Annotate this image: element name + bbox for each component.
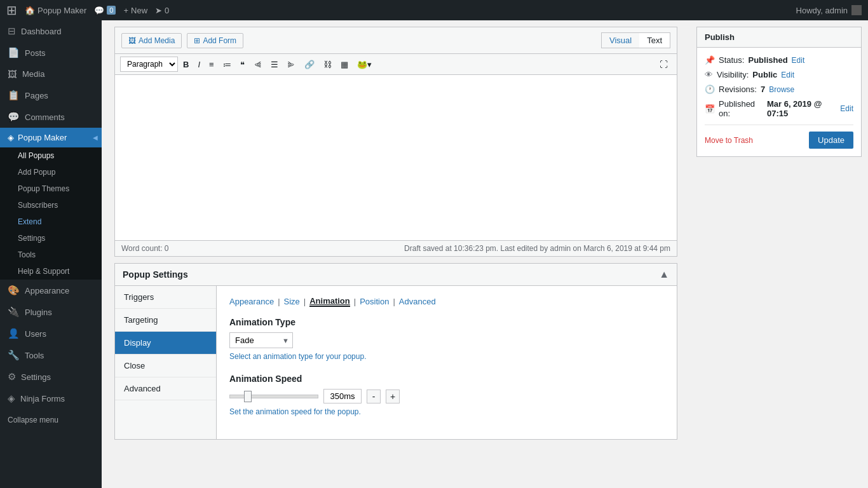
bold-button[interactable]: B <box>179 57 193 72</box>
sidebar-item-appearance[interactable]: 🎨 Appearance <box>0 280 102 301</box>
align-left-button[interactable]: ⫷ <box>250 57 266 72</box>
appearance-icon: 🎨 <box>8 285 20 296</box>
sidebar-item-settings-wp[interactable]: ⚙ Settings <box>0 366 102 388</box>
animation-speed-input[interactable]: 350ms <box>323 389 362 403</box>
users-icon: 👤 <box>8 328 20 339</box>
link-button[interactable]: 🔗 <box>301 57 318 72</box>
visibility-label: Visibility: <box>717 70 749 79</box>
collapse-settings-icon[interactable]: ▲ <box>659 269 669 280</box>
site-name[interactable]: 🏠 Popup Maker <box>25 6 86 15</box>
settings-panel: Appearance | Size | Animation | Position… <box>217 286 677 439</box>
animation-type-select[interactable]: Fade Slide None <box>229 332 293 348</box>
draft-saved-info: Draft saved at 10:36:23 pm. Last edited … <box>404 244 670 253</box>
word-count: Word count: 0 <box>121 244 168 253</box>
sidebar-item-help-support[interactable]: Help & Support <box>0 263 102 280</box>
wp-logo-icon[interactable]: ⊞ <box>6 3 17 18</box>
subtab-position[interactable]: Position <box>360 297 389 306</box>
comments-adminbar[interactable]: 💬 0 <box>94 6 116 15</box>
sidebar-item-comments[interactable]: 💬 Comments <box>0 106 102 128</box>
subtab-animation[interactable]: Animation <box>309 296 350 307</box>
home-icon: 🏠 <box>25 6 35 15</box>
popup-settings: Popup Settings ▲ Triggers Targeting Disp… <box>114 263 677 440</box>
animation-speed-label: Animation Speed <box>229 374 664 384</box>
posts-icon: 📄 <box>8 47 20 58</box>
subtab-appearance[interactable]: Appearance <box>229 297 274 306</box>
move-to-trash-link[interactable]: Move to Trash <box>705 136 753 145</box>
animation-speed-desc: Set the animation speed for the popup. <box>229 407 664 416</box>
publish-box-header: Publish <box>697 27 861 48</box>
main-content: 🖼 Add Media ⊞ Add Form Visual Text Parag… <box>102 20 690 488</box>
published-row: 📅 Published on: Mar 6, 2019 @ 07:15 Edit <box>705 99 853 118</box>
sidebar-item-add-popup[interactable]: Add Popup <box>0 164 102 180</box>
publish-box-content: 📌 Status: Published Edit 👁 Visibility: P… <box>697 48 861 156</box>
tab-close[interactable]: Close <box>115 355 216 377</box>
collapse-menu-button[interactable]: Collapse menu <box>0 409 102 431</box>
sidebar-item-pages[interactable]: 📋 Pages <box>0 85 102 106</box>
animation-type-label: Animation Type <box>229 317 664 327</box>
sidebar-item-popup-maker[interactable]: ◈ Popup Maker <box>0 128 102 147</box>
published-date: Mar 6, 2019 @ 07:15 <box>767 99 836 118</box>
revisions-icon: 🕐 <box>705 85 715 94</box>
italic-button[interactable]: I <box>194 57 204 72</box>
sidebar-item-users[interactable]: 👤 Users <box>0 323 102 344</box>
unlink-button[interactable]: ⛓ <box>320 57 336 72</box>
more-options-button[interactable]: 🐸▾ <box>353 57 376 72</box>
popup-maker-submenu: All Popups Add Popup Popup Themes Subscr… <box>0 147 102 280</box>
tab-targeting[interactable]: Targeting <box>115 309 216 332</box>
status-edit-link[interactable]: Edit <box>792 56 805 65</box>
sidebar-item-extend[interactable]: Extend <box>0 214 102 230</box>
ordered-list-button[interactable]: ≔ <box>219 57 235 72</box>
status-row: 📌 Status: Published Edit <box>705 55 853 65</box>
sidebar-item-dashboard[interactable]: ⊟ Dashboard <box>0 20 102 42</box>
sidebar-item-plugins[interactable]: 🔌 Plugins <box>0 301 102 323</box>
new-post-adminbar[interactable]: + New <box>123 6 147 15</box>
sidebar-item-all-popups[interactable]: All Popups <box>0 147 102 164</box>
update-button[interactable]: Update <box>809 132 853 149</box>
add-media-button[interactable]: 🖼 Add Media <box>121 33 182 48</box>
animation-speed-slider[interactable] <box>229 395 318 398</box>
editor-content[interactable] <box>115 75 677 240</box>
admin-bar: ⊞ 🏠 Popup Maker 💬 0 + New ➤ 0 Howdy, adm… <box>0 0 868 20</box>
speed-plus-button[interactable]: + <box>386 390 400 403</box>
sidebar-item-posts[interactable]: 📄 Posts <box>0 42 102 64</box>
tools-icon: 🔧 <box>8 349 20 361</box>
sidebar-item-subscribers[interactable]: Subscribers <box>0 197 102 214</box>
visibility-icon: 👁 <box>705 70 713 79</box>
animation-type-select-wrap: Fade Slide None ▼ <box>229 332 293 348</box>
sidebar-item-tools[interactable]: 🔧 Tools <box>0 344 102 366</box>
published-edit-link[interactable]: Edit <box>840 104 853 113</box>
visibility-row: 👁 Visibility: Public Edit <box>705 70 853 79</box>
unordered-list-button[interactable]: ≡ <box>205 57 218 72</box>
pending-updates-adminbar[interactable]: ➤ 0 <box>155 6 169 15</box>
align-center-button[interactable]: ☰ <box>267 57 282 72</box>
revisions-browse-link[interactable]: Browse <box>769 85 794 94</box>
avatar <box>851 5 862 15</box>
settings-tabs-nav: Triggers Targeting Display Close Advance… <box>115 286 217 439</box>
tab-display[interactable]: Display <box>115 332 216 355</box>
align-right-button[interactable]: ⫸ <box>283 57 299 72</box>
sidebar-item-ninja-forms[interactable]: ◈ Ninja Forms <box>0 388 102 409</box>
sidebar-item-settings[interactable]: Settings <box>0 230 102 247</box>
subtab-size[interactable]: Size <box>284 297 300 306</box>
tab-triggers[interactable]: Triggers <box>115 286 216 309</box>
format-select[interactable]: Paragraph <box>120 57 178 72</box>
visual-tab[interactable]: Visual <box>602 33 639 48</box>
insert-table-button[interactable]: ▦ <box>337 57 352 72</box>
visibility-edit-link[interactable]: Edit <box>781 71 794 79</box>
sidebar-item-tools[interactable]: Tools <box>0 247 102 263</box>
status-label: Status: <box>719 55 744 65</box>
media-icon: 🖼 <box>8 69 17 79</box>
animation-type-group: Animation Type Fade Slide None ▼ Select … <box>229 317 664 361</box>
tab-advanced-nav[interactable]: Advanced <box>115 377 216 400</box>
blockquote-button[interactable]: ❝ <box>236 57 248 72</box>
add-form-button[interactable]: ⊞ Add Form <box>187 33 243 48</box>
editor-format-bar: Paragraph B I ≡ ≔ ❝ ⫷ ☰ ⫸ 🔗 ⛓ ▦ 🐸▾ ⛶ <box>115 54 677 75</box>
sidebar-item-media[interactable]: 🖼 Media <box>0 64 102 85</box>
subtab-advanced[interactable]: Advanced <box>399 297 436 306</box>
fullscreen-button[interactable]: ⛶ <box>656 57 672 72</box>
speed-minus-button[interactable]: - <box>367 390 381 403</box>
sidebar-item-popup-themes[interactable]: Popup Themes <box>0 180 102 197</box>
text-tab[interactable]: Text <box>639 33 670 48</box>
visibility-value: Public <box>752 70 777 79</box>
animation-speed-row: 350ms - + <box>229 389 664 403</box>
